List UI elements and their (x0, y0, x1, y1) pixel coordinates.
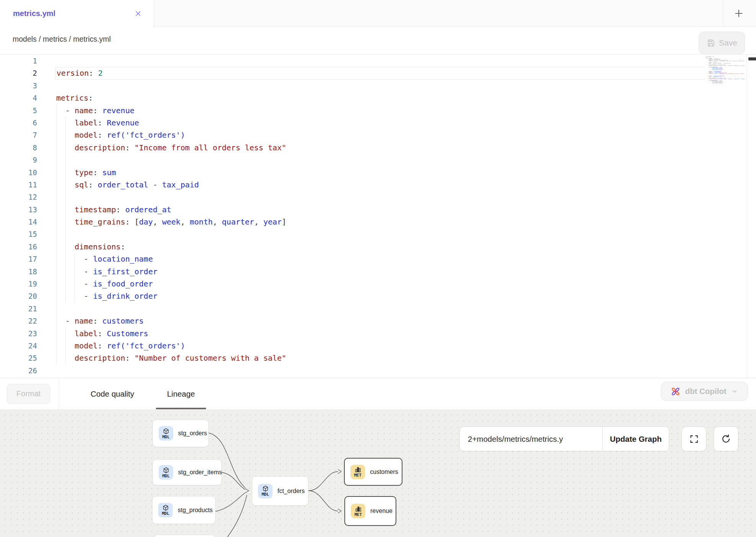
code-line[interactable]: 23label: Customers (0, 327, 705, 340)
indent-guide (65, 290, 66, 302)
code-line[interactable]: 25description: "Number of customers with… (0, 352, 705, 364)
line-content[interactable]: dimensions: (55, 241, 705, 253)
refresh-button[interactable] (714, 426, 738, 451)
tab-metrics-yml[interactable]: metrics.yml (0, 0, 154, 27)
lineage-canvas[interactable]: MDLstg_ordersMDLstg_order_itemsMDLstg_pr… (0, 409, 756, 537)
fullscreen-button[interactable] (681, 426, 706, 451)
code-line[interactable]: 8description: "Income from all orders le… (0, 142, 705, 154)
tab-title: metrics.yml (13, 9, 55, 18)
indent-guide (56, 265, 57, 278)
scrollbar-handle[interactable] (748, 57, 756, 60)
code-line[interactable]: 2version: 2 (0, 67, 705, 79)
line-content[interactable]: type: sum (55, 166, 705, 179)
line-number: 25 (0, 352, 40, 364)
line-content[interactable]: timestamp: ordered_at (55, 203, 705, 216)
lineage-selector-input[interactable] (460, 427, 602, 451)
lineage-node-hidden_model[interactable]: MDL (154, 535, 215, 537)
minimap[interactable]: 12version: 234metrics:5- name: revenue6l… (705, 55, 746, 220)
code-line[interactable]: 14time_grains: [day, week, month, quarte… (0, 216, 705, 228)
indent-guide (75, 253, 75, 265)
format-button[interactable]: Format (7, 384, 50, 404)
line-content[interactable]: metrics: (55, 92, 705, 104)
line-content[interactable]: label: Customers (55, 327, 705, 340)
indent-guide (65, 154, 66, 166)
code-line[interactable]: 22- name: customers (0, 315, 705, 327)
line-content[interactable] (55, 303, 705, 315)
code-line[interactable]: 11sql: order_total - tax_paid (0, 179, 705, 191)
lineage-node-fct_orders[interactable]: MDLfct_orders (252, 476, 308, 506)
line-number: 24 (0, 340, 40, 352)
node-label: stg_products (178, 507, 213, 514)
code-line[interactable]: 9 (0, 154, 705, 166)
code-line[interactable]: 10type: sum (0, 166, 705, 179)
node-label: stg_order_items (178, 469, 222, 476)
code-line[interactable]: 16dimensions: (0, 241, 705, 253)
close-icon[interactable] (134, 10, 142, 18)
line-content[interactable]: sql: order_total - tax_paid (55, 179, 705, 191)
lineage-node-stg_products[interactable]: MDLstg_products (152, 496, 216, 524)
plus-icon (733, 8, 744, 19)
line-content[interactable]: description: "Number of customers with a… (55, 352, 705, 364)
indent-guide (56, 142, 57, 154)
code-line[interactable]: 15 (0, 228, 705, 240)
line-content[interactable]: time_grains: [day, week, month, quarter,… (55, 216, 705, 228)
code-line[interactable]: 1 (0, 55, 705, 67)
code-line[interactable]: 7model: ref('fct_orders') (0, 129, 705, 141)
code-line[interactable]: 5- name: revenue (0, 104, 705, 117)
indent-guide (56, 352, 57, 364)
new-tab-button[interactable] (730, 5, 747, 22)
metric-badge: MET (350, 465, 365, 479)
code-line[interactable]: 18- is_first_order (0, 265, 705, 278)
line-content[interactable] (55, 365, 705, 377)
line-content[interactable]: - name: revenue (55, 104, 705, 117)
indent-guide (75, 278, 75, 290)
line-content[interactable]: description: "Income from all orders les… (55, 142, 705, 154)
code-line[interactable]: 4metrics: (0, 92, 705, 104)
line-content[interactable]: - location_name (55, 253, 705, 265)
line-content[interactable]: - is_drink_order (706, 83, 746, 84)
dbt-copilot-button[interactable]: dbt Copilot (661, 382, 748, 401)
save-button[interactable]: Save (699, 32, 745, 54)
line-content[interactable] (55, 55, 705, 67)
line-content[interactable] (55, 154, 705, 166)
tab-lineage[interactable]: Lineage (156, 378, 206, 409)
indent-guide (56, 203, 57, 216)
line-content[interactable]: label: Revenue (55, 117, 705, 129)
indent-guide (56, 241, 57, 253)
badge-label: MET (355, 512, 362, 517)
line-content[interactable]: version: 2 (55, 67, 705, 79)
line-content[interactable]: - is_first_order (55, 265, 705, 278)
code-line[interactable]: 24model: ref('fct_orders') (0, 340, 705, 352)
code-line[interactable]: 20- is_drink_order (0, 290, 705, 302)
line-content[interactable]: model: ref('fct_orders') (55, 340, 705, 352)
line-content[interactable] (55, 191, 705, 203)
code-line[interactable]: 6label: Revenue (0, 117, 705, 129)
code-line[interactable]: 21 (0, 303, 705, 315)
lineage-node-customers[interactable]: METcustomers (344, 458, 402, 486)
code-line[interactable]: 17- location_name (0, 253, 705, 265)
line-content[interactable]: - name: customers (55, 315, 705, 327)
update-graph-button[interactable]: Update Graph (602, 427, 669, 451)
code-line[interactable]: 19- is_food_order (0, 278, 705, 290)
code-line[interactable]: 12 (0, 191, 705, 203)
line-content[interactable]: - is_drink_order (55, 290, 705, 302)
line-number: 11 (0, 179, 40, 191)
lineage-node-stg_orders[interactable]: MDLstg_orders (152, 420, 209, 447)
metric-bars-icon (355, 506, 362, 512)
line-content[interactable] (55, 80, 705, 92)
tab-code-quality[interactable]: Code quality (79, 378, 145, 409)
line-number: 23 (0, 327, 40, 340)
lineage-node-stg_order_items[interactable]: MDLstg_order_items (152, 459, 222, 485)
code-editor[interactable]: 12version: 234metrics:5- name: revenue6l… (0, 55, 756, 378)
dbt-copilot-icon (670, 386, 681, 397)
line-content[interactable]: - is_food_order (55, 278, 705, 290)
code-line[interactable]: 26 (0, 365, 705, 377)
code-line[interactable]: 38- is_drink_order (705, 83, 746, 84)
code-line[interactable]: 13timestamp: ordered_at (0, 203, 705, 216)
line-content[interactable] (55, 228, 705, 240)
line-content[interactable]: model: ref('fct_orders') (55, 129, 705, 141)
lineage-node-revenue[interactable]: METrevenue (344, 496, 396, 526)
model-badge: MDL (258, 484, 273, 498)
indent-guide (65, 241, 66, 253)
code-line[interactable]: 3 (0, 80, 705, 92)
